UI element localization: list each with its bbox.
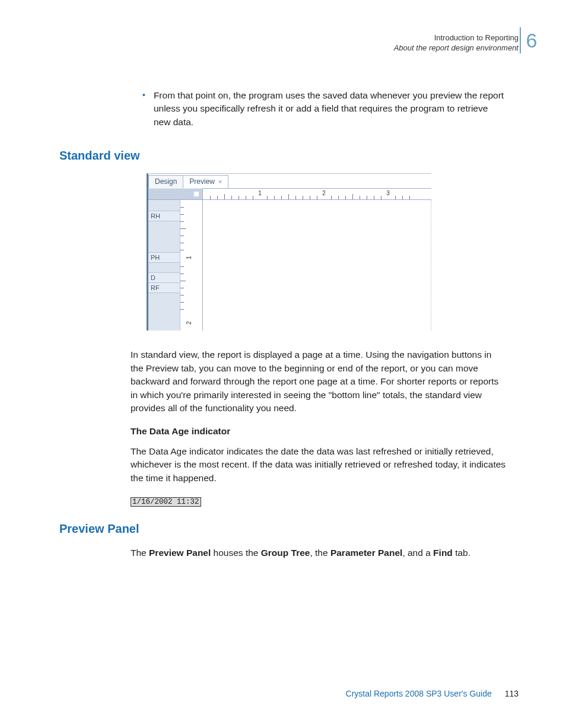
chapter-number: 6 <box>526 29 538 52</box>
p3-bold-parameter-panel: Parameter Panel <box>330 548 403 558</box>
bullet-item: • From that point on, the program uses t… <box>142 89 507 129</box>
footer-page-number: 113 <box>505 689 519 698</box>
p3-bold-find: Find <box>433 548 453 558</box>
p3-text-2: houses the <box>211 548 260 558</box>
paragraph-preview-panel: The Preview Panel houses the Group Tree,… <box>131 546 507 559</box>
page-footer: Crystal Reports 2008 SP3 User's Guide 11… <box>346 689 519 698</box>
bullet-marker: • <box>142 89 145 129</box>
design-preview-screenshot: Design Preview × <box>147 173 431 330</box>
tab-preview[interactable]: Preview × <box>183 175 228 188</box>
p3-text-4: , and a <box>402 548 433 558</box>
p3-bold-preview-panel: Preview Panel <box>149 548 211 558</box>
horizontal-ruler-row: 1 2 <box>148 188 431 200</box>
vruler-mark-2: 2 <box>186 322 192 325</box>
figure-standard-view: Design Preview × <box>59 173 519 330</box>
tab-design-label: Design <box>155 177 177 186</box>
heading-preview-panel: Preview Panel <box>59 522 519 536</box>
header-section-title: About the report design environment <box>394 43 519 52</box>
p3-text-5: tab. <box>453 548 470 558</box>
data-age-timestamp: 1/16/2002 11:32 <box>131 497 201 507</box>
section-rh[interactable]: RH <box>148 211 180 221</box>
ruler-mark-1: 1 <box>258 190 262 196</box>
timestamp-figure: 1/16/2002 11:32 <box>59 495 519 507</box>
p3-bold-group-tree: Group Tree <box>261 548 310 558</box>
header-chapter-title: Introduction to Reporting <box>394 33 519 42</box>
chapter-number-box: 6 <box>520 27 542 53</box>
heading-data-age: The Data Age indicator <box>131 426 519 437</box>
tab-strip: Design Preview × <box>148 174 431 188</box>
report-canvas[interactable] <box>203 200 431 330</box>
paragraph-standard-view: In standard view, the report is displaye… <box>131 348 507 415</box>
bullet-text: From that point on, the program uses the… <box>154 89 507 129</box>
close-icon[interactable]: × <box>218 178 222 185</box>
design-canvas-row: RH PH D RF 1 <box>148 200 431 330</box>
heading-standard-view: Standard view <box>59 149 519 163</box>
vertical-ruler[interactable]: 1 2 <box>180 200 203 330</box>
section-d[interactable]: D <box>148 272 180 283</box>
section-column: RH PH D RF <box>148 200 180 330</box>
body: • From that point on, the program uses t… <box>59 89 519 560</box>
ruler-mark-3: 3 <box>386 190 390 196</box>
paragraph-data-age: The Data Age indicator indicates the dat… <box>131 445 507 485</box>
ruler-corner <box>148 188 203 200</box>
section-rf[interactable]: RF <box>148 283 180 293</box>
horizontal-ruler[interactable]: 1 2 <box>203 188 431 200</box>
p3-text-1: The <box>131 548 149 558</box>
page-root: Introduction to Reporting About the repo… <box>0 0 566 728</box>
section-ph[interactable]: PH <box>148 252 180 263</box>
tab-preview-label: Preview <box>189 177 215 186</box>
vruler-mark-1: 1 <box>186 256 192 260</box>
page-header: Introduction to Reporting About the repo… <box>394 33 519 53</box>
tab-design[interactable]: Design <box>148 175 183 188</box>
p3-text-3: , the <box>310 548 330 558</box>
ruler-mark-2: 2 <box>322 190 326 196</box>
footer-title: Crystal Reports 2008 SP3 User's Guide <box>346 689 492 698</box>
